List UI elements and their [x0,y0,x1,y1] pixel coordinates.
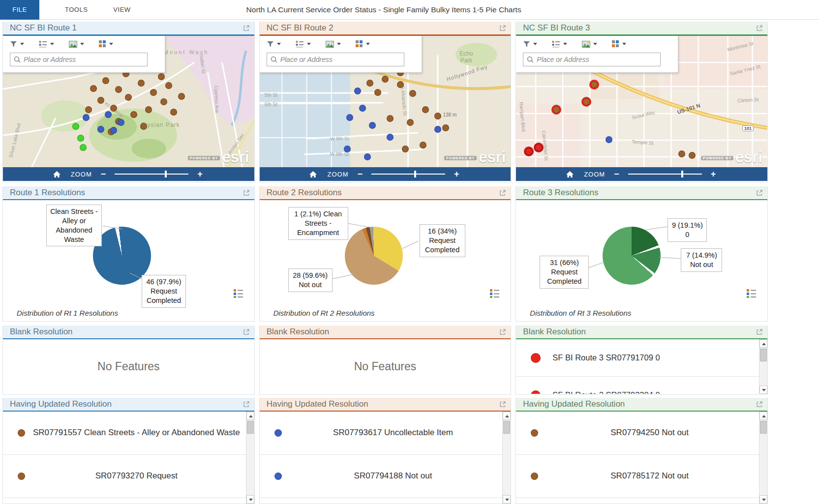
list-item[interactable]: SR07794188 Not out [260,455,503,498]
zoom-slider[interactable] [115,174,188,175]
list-item[interactable]: SF BI Route 3 SR07792304 0 [516,377,759,394]
scroll-down-button[interactable] [503,495,511,504]
home-button[interactable] [566,171,574,178]
layer-list-button[interactable] [39,40,54,48]
zoom-out-button[interactable]: − [355,170,364,178]
scroll-thumb[interactable] [760,349,767,361]
scrollbar[interactable] [759,339,767,394]
expand-icon[interactable] [243,328,250,336]
map-point[interactable] [97,126,104,133]
map-point[interactable] [165,82,172,89]
map-point[interactable] [138,80,145,87]
list-item[interactable]: SR07785172 Not out [516,455,759,498]
scroll-track[interactable] [246,420,254,495]
scroll-thumb[interactable] [503,421,510,434]
zoom-slider[interactable] [371,174,445,175]
map-point[interactable] [110,105,117,112]
map-point[interactable] [80,144,87,151]
map-point[interactable] [105,111,112,118]
map-point[interactable] [525,148,532,155]
map-point[interactable] [535,144,542,151]
widgets-button[interactable] [99,40,113,48]
map-point[interactable] [364,153,371,160]
scroll-up-button[interactable] [246,412,254,420]
filter-button[interactable] [267,41,281,48]
basemap-button[interactable] [326,41,341,48]
pie-chart[interactable] [603,227,661,285]
zoom-in-button[interactable]: + [452,170,461,178]
zoom-slider-handle[interactable] [165,171,167,178]
layer-list-button[interactable] [552,40,567,48]
map-point[interactable] [397,81,404,88]
scroll-down-button[interactable] [759,385,767,394]
list-item[interactable]: SR07794250 Not out [516,412,759,455]
map-point[interactable] [150,89,157,96]
scroll-down-button[interactable] [246,495,254,504]
map-point[interactable] [77,135,84,142]
zoom-slider[interactable] [628,174,702,175]
scroll-up-button[interactable] [759,412,767,420]
filter-button[interactable] [523,41,537,48]
map-point[interactable] [369,122,376,129]
map-point[interactable] [145,106,152,113]
expand-icon[interactable] [756,328,763,336]
expand-icon[interactable] [756,24,763,32]
map-point[interactable] [606,136,612,143]
scrollbar[interactable] [246,412,254,504]
expand-icon[interactable] [243,189,250,197]
map-point[interactable] [115,86,122,93]
scroll-track[interactable] [759,420,767,495]
scrollbar[interactable] [502,412,511,504]
map-point[interactable] [442,124,449,131]
map-point[interactable] [409,90,416,97]
map-point[interactable] [110,127,117,134]
map-point[interactable] [344,146,351,152]
list-item[interactable]: SR07793270 Request [3,455,246,498]
legend-icon[interactable] [747,289,757,298]
expand-icon[interactable] [243,24,250,32]
map-point[interactable] [678,150,685,157]
map-point[interactable] [102,77,109,84]
map-point[interactable] [346,114,353,121]
expand-icon[interactable] [499,189,507,197]
zoom-in-button[interactable]: + [709,170,718,178]
map-point[interactable] [130,111,137,118]
scroll-track[interactable] [759,348,767,385]
map-point[interactable] [170,109,177,116]
scroll-up-button[interactable] [503,412,511,420]
zoom-slider-handle[interactable] [414,171,416,178]
legend-icon[interactable] [490,289,500,298]
scroll-thumb[interactable] [760,421,767,434]
place-address-input[interactable] [280,56,400,63]
legend-icon[interactable] [234,289,243,298]
map-point[interactable] [553,106,560,113]
expand-icon[interactable] [243,400,250,408]
map-point[interactable] [90,85,97,92]
map-point[interactable] [140,123,147,130]
zoom-out-button[interactable]: − [612,170,621,178]
map-point[interactable] [382,76,389,83]
map-point[interactable] [178,93,185,100]
map-point[interactable] [72,123,79,130]
scrollbar[interactable] [759,412,767,504]
map-point[interactable] [158,73,165,80]
list-item[interactable]: SR07791557 Clean Streets - Alley or Aban… [3,412,246,455]
map-point[interactable] [387,115,394,122]
expand-icon[interactable] [499,328,507,336]
file-menu[interactable]: FILE [0,0,39,20]
expand-icon[interactable] [499,24,507,32]
map-point[interactable] [591,81,598,88]
map-canvas[interactable]: Echo Park Hollywood Fwy 5th St 6th St W … [260,36,511,167]
home-button[interactable] [309,171,317,178]
filter-button[interactable] [10,41,24,48]
map-point[interactable] [359,105,366,112]
map-point[interactable] [374,89,381,96]
map-point[interactable] [97,97,104,104]
map-point[interactable] [85,106,92,113]
zoom-slider-handle[interactable] [681,171,683,178]
place-address-input[interactable] [24,56,144,63]
expand-icon[interactable] [756,189,763,197]
zoom-in-button[interactable]: + [195,170,205,178]
layer-list-button[interactable] [296,40,311,48]
map-point[interactable] [689,152,696,159]
